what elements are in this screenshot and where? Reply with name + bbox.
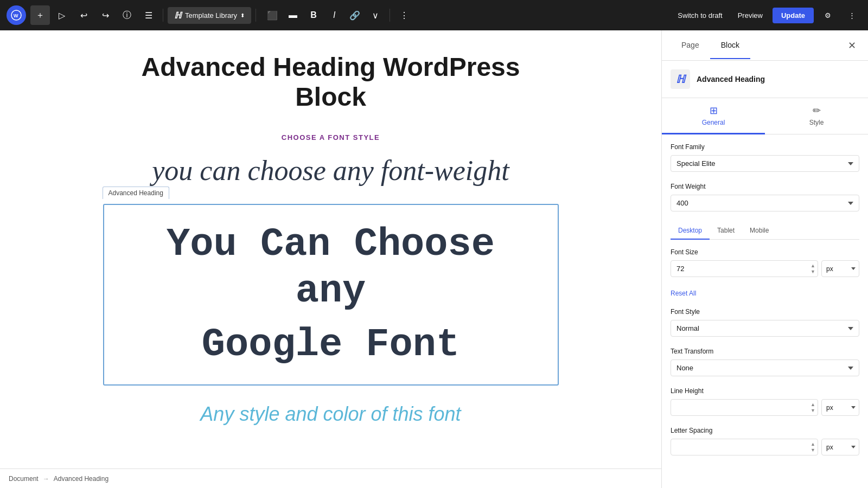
google-font-line1: You Can Choose any (126, 221, 536, 315)
right-panel: Page Block ✕ ℍ Advanced Heading ⊞ Genera… (661, 30, 868, 488)
info-button[interactable]: ⓘ (117, 5, 137, 25)
line-height-increment[interactable]: ▲ (810, 402, 816, 408)
google-font-text[interactable]: You Can Choose any Google Font (126, 221, 536, 368)
sub-tab-style-label: Style (809, 119, 824, 126)
line-height-arrows: ▲ ▼ (810, 402, 816, 414)
redo-button[interactable]: ↪ (95, 5, 115, 25)
block-content[interactable]: You Can Choose any Google Font (103, 204, 559, 386)
block-identity-name: Advanced Heading (697, 75, 765, 84)
font-size-input-wrap: ▲ ▼ (671, 260, 818, 277)
font-size-input-group: ▲ ▼ px em rem vh vw % (671, 260, 859, 277)
font-size-unit-select[interactable]: px em rem vh vw % (821, 260, 859, 277)
line-height-input-group: ▲ ▼ px em rem (671, 399, 859, 416)
panel-header: Page Block ✕ (662, 30, 868, 61)
font-weight-demo: you can choose any font-weight (152, 155, 509, 187)
block-wrapper[interactable]: Advanced Heading You Can Choose any Goog… (103, 204, 559, 386)
align-center-button[interactable]: ▬ (283, 5, 303, 25)
update-button[interactable]: Update (773, 8, 814, 23)
panel-tabs: Page Block (671, 32, 750, 59)
font-size-group: Font Size ▲ ▼ px em rem vh vw (671, 248, 859, 277)
line-height-group: Line Height ▲ ▼ px em rem (671, 387, 859, 416)
divider-3 (390, 9, 390, 22)
block-label: Advanced Heading (103, 187, 169, 199)
font-style-label: CHOOSE A FONT STYLE (282, 133, 380, 142)
font-weight-select[interactable]: 100 200 300 400 500 600 700 800 900 (671, 195, 859, 211)
device-tab-desktop[interactable]: Desktop (671, 222, 710, 240)
sub-tab-general-label: General (702, 119, 725, 126)
google-font-line2: Google Font (126, 322, 536, 368)
italic-button[interactable]: I (324, 5, 344, 25)
page-heading: Advanced Heading WordPress Block (103, 52, 559, 112)
svg-text:W: W (14, 13, 18, 18)
font-size-input[interactable] (671, 260, 818, 277)
sub-tab-style[interactable]: ✏ Style (765, 98, 868, 134)
block-identity: ℍ Advanced Heading (662, 61, 868, 98)
text-transform-select[interactable]: None Uppercase Lowercase Capitalize (671, 359, 859, 376)
divider-2 (256, 9, 256, 22)
link-button[interactable]: 🔗 (345, 5, 365, 25)
preview-button[interactable]: Preview (732, 8, 768, 23)
template-library-button[interactable]: ℍ Template Library ⬍ (168, 7, 251, 24)
toolbar: W ＋ ▷ ↩ ↪ ⓘ ☰ ℍ Template Library ⬍ ⬛ ▬ B… (0, 0, 868, 30)
line-height-unit-select[interactable]: px em rem (821, 399, 859, 416)
device-tabs: Desktop Tablet Mobile (671, 222, 859, 240)
more-format-button[interactable]: ∨ (366, 5, 385, 25)
letter-spacing-increment[interactable]: ▲ (810, 441, 816, 447)
font-size-decrement[interactable]: ▼ (810, 269, 816, 275)
add-block-button[interactable]: ＋ (30, 5, 50, 25)
letter-spacing-decrement[interactable]: ▼ (810, 447, 816, 453)
wp-logo-button[interactable]: W (7, 5, 26, 25)
line-height-input[interactable] (671, 399, 818, 416)
template-library-icon: ℍ (174, 10, 182, 21)
letter-spacing-arrows: ▲ ▼ (810, 441, 816, 453)
block-identity-icon: ℍ (671, 69, 690, 89)
panel-close-button[interactable]: ✕ (844, 38, 859, 53)
line-height-label: Line Height (671, 387, 859, 395)
general-icon: ⊞ (710, 105, 718, 117)
bold-button[interactable]: B (304, 5, 323, 25)
list-view-button[interactable]: ☰ (139, 5, 158, 25)
font-style-label: Font Style (671, 308, 859, 316)
letter-spacing-input[interactable] (671, 439, 818, 455)
template-library-label: Template Library (185, 11, 237, 20)
more-options-button[interactable]: ⋮ (394, 5, 414, 25)
align-left-button[interactable]: ⬛ (263, 5, 282, 25)
tab-page[interactable]: Page (671, 32, 710, 59)
chevron-up-down-icon: ⬍ (240, 12, 245, 18)
breadcrumb: Document → Advanced Heading (0, 468, 661, 488)
undo-button[interactable]: ↩ (74, 5, 93, 25)
switch-draft-button[interactable]: Switch to draft (672, 8, 727, 23)
font-family-group: Font Family Special Elite Arial Georgia … (671, 143, 859, 172)
letter-spacing-label: Letter Spacing (671, 427, 859, 434)
letter-spacing-input-wrap: ▲ ▼ (671, 439, 818, 455)
style-icon: ✏ (813, 105, 821, 117)
device-tab-mobile[interactable]: Mobile (742, 222, 776, 240)
breadcrumb-separator: → (43, 475, 49, 483)
font-family-label: Font Family (671, 143, 859, 151)
block-tools-button[interactable]: ▷ (52, 5, 72, 25)
toolbar-right: Switch to draft Preview Update ⚙ ⋮ (672, 5, 861, 25)
font-weight-label: Font Weight (671, 183, 859, 190)
device-tab-tablet[interactable]: Tablet (710, 222, 742, 240)
line-height-input-wrap: ▲ ▼ (671, 399, 818, 416)
font-family-select[interactable]: Special Elite Arial Georgia Helvetica Ro… (671, 155, 859, 172)
sub-tab-general[interactable]: ⊞ General (662, 98, 765, 134)
font-size-increment[interactable]: ▲ (810, 263, 816, 269)
more-button[interactable]: ⋮ (842, 5, 861, 25)
main-layout: Advanced Heading WordPress Block CHOOSE … (0, 30, 868, 488)
font-style-select[interactable]: Normal Italic Oblique (671, 320, 859, 337)
letter-spacing-unit-select[interactable]: px em rem (821, 439, 859, 455)
tab-block[interactable]: Block (710, 32, 750, 59)
breadcrumb-current[interactable]: Advanced Heading (54, 475, 108, 483)
reset-all-link[interactable]: Reset All (671, 290, 696, 297)
text-transform-group: Text Transform None Uppercase Lowercase … (671, 348, 859, 376)
breadcrumb-document[interactable]: Document (9, 475, 39, 483)
font-size-arrows: ▲ ▼ (810, 263, 816, 275)
letter-spacing-group: Letter Spacing ▲ ▼ px em rem (671, 427, 859, 455)
line-height-decrement[interactable]: ▼ (810, 408, 816, 414)
any-style-text: Any style and color of this font (200, 403, 461, 426)
sub-tabs: ⊞ General ✏ Style (662, 98, 868, 134)
font-size-label: Font Size (671, 248, 859, 256)
settings-button[interactable]: ⚙ (818, 5, 838, 25)
format-group: ⬛ ▬ B I 🔗 ∨ (263, 5, 385, 25)
